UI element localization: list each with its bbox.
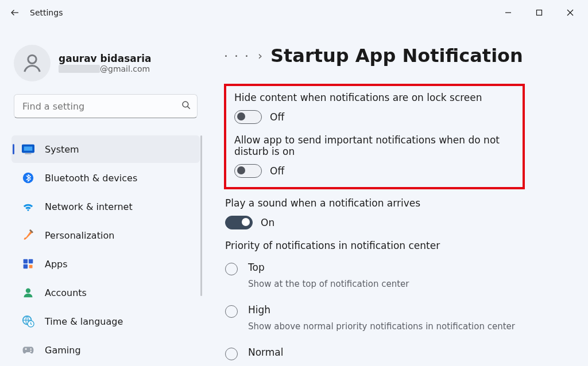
setting-label: Hide content when notifications are on l…: [234, 92, 516, 103]
priority-title: Priority of notifications in notificatio…: [225, 240, 577, 251]
gaming-icon: [22, 345, 34, 355]
sidebar-item-label: Accounts: [45, 287, 87, 298]
sidebar-item-accounts[interactable]: Accounts: [11, 279, 200, 306]
toggle-state: Off: [270, 165, 284, 177]
highlighted-settings: Hide content when notifications are on l…: [224, 84, 525, 189]
sidebar-item-time[interactable]: Time & language: [11, 307, 200, 335]
radio-desc: Show above normal priority notifications…: [248, 321, 515, 332]
page-title: Startup App Notification: [270, 45, 523, 67]
chevron-right-icon: ›: [258, 49, 262, 63]
minimize-button[interactable]: [493, 2, 524, 24]
apps-icon: [22, 258, 34, 270]
accounts-icon: [22, 287, 34, 298]
breadcrumb: · · · › Startup App Notification: [224, 45, 577, 67]
window-title: Settings: [30, 8, 63, 17]
toggle-state: On: [261, 217, 274, 228]
sidebar-item-label: Gaming: [45, 345, 81, 356]
main-panel: · · · › Startup App Notification Hide co…: [207, 25, 588, 366]
toggle-allow-important[interactable]: [234, 164, 262, 178]
sidebar-item-network[interactable]: Network & internet: [11, 193, 200, 220]
sidebar-item-gaming[interactable]: Gaming: [11, 336, 200, 364]
wifi-icon: [22, 201, 34, 212]
svg-rect-9: [25, 153, 32, 154]
system-icon: [22, 144, 34, 154]
svg-rect-8: [24, 146, 33, 150]
toggle-state: Off: [270, 111, 284, 123]
profile-name: gaurav bidasaria: [59, 53, 152, 64]
radio-label: High: [248, 304, 515, 316]
setting-play-sound: Play a sound when a notification arrives…: [225, 197, 577, 229]
svg-rect-13: [29, 259, 33, 264]
radio-item-top[interactable]: Top Show at the top of notification cent…: [225, 262, 577, 289]
svg-rect-15: [29, 265, 33, 268]
sidebar-item-label: Time & language: [45, 316, 123, 327]
svg-point-20: [30, 351, 32, 352]
sidebar-item-label: Apps: [45, 259, 68, 270]
avatar-icon: [14, 45, 51, 81]
radio-button[interactable]: [225, 305, 238, 318]
close-button[interactable]: [555, 2, 586, 24]
sidebar-item-apps[interactable]: Apps: [11, 250, 200, 278]
setting-label: Allow app to send important notification…: [234, 134, 516, 157]
radio-item-normal[interactable]: Normal: [225, 346, 577, 360]
svg-rect-12: [24, 259, 28, 264]
nav-list: System Bluetooth & devices Network & int…: [11, 135, 200, 364]
sidebar-item-label: Network & internet: [45, 201, 133, 212]
search-icon[interactable]: [181, 100, 191, 112]
sidebar-item-personalization[interactable]: Personalization: [11, 221, 200, 249]
maximize-button[interactable]: [524, 2, 555, 24]
sidebar-scrollbar[interactable]: [200, 135, 202, 296]
radio-desc: Show at the top of notification center: [248, 279, 409, 289]
titlebar: Settings: [0, 0, 588, 25]
breadcrumb-dots[interactable]: · · ·: [224, 49, 250, 63]
toggle-hide-content[interactable]: [234, 110, 262, 124]
setting-label: Play a sound when a notification arrives: [225, 197, 577, 209]
svg-rect-14: [24, 264, 28, 269]
svg-line-6: [188, 107, 190, 109]
back-button[interactable]: [2, 7, 28, 18]
svg-point-4: [28, 55, 36, 63]
profile-email: @gmail.com: [59, 64, 152, 73]
redacted-username: [59, 65, 100, 73]
radio-label: Normal: [248, 346, 284, 358]
setting-allow-important: Allow app to send important notification…: [234, 134, 516, 178]
sidebar: gaurav bidasaria @gmail.com System: [0, 25, 207, 366]
profile-block[interactable]: gaurav bidasaria @gmail.com: [14, 45, 200, 81]
toggle-play-sound[interactable]: [225, 216, 253, 229]
sidebar-item-label: Personalization: [45, 230, 114, 241]
search-box[interactable]: [14, 94, 198, 118]
radio-label: Top: [248, 262, 409, 273]
radio-button[interactable]: [225, 263, 238, 275]
svg-rect-1: [537, 10, 542, 15]
svg-point-16: [26, 289, 30, 293]
sidebar-item-label: Bluetooth & devices: [45, 173, 137, 184]
globe-clock-icon: [22, 315, 34, 328]
setting-hide-content: Hide content when notifications are on l…: [234, 92, 516, 124]
radio-button[interactable]: [225, 348, 238, 360]
sidebar-item-label: System: [45, 144, 79, 155]
svg-point-19: [30, 348, 32, 349]
sidebar-item-bluetooth[interactable]: Bluetooth & devices: [11, 164, 200, 192]
svg-point-5: [183, 102, 188, 107]
search-input[interactable]: [22, 101, 181, 112]
radio-item-high[interactable]: High Show above normal priority notifica…: [225, 304, 577, 332]
sidebar-item-system[interactable]: System: [11, 135, 200, 163]
bluetooth-icon: [22, 172, 34, 184]
priority-radio-group: Top Show at the top of notification cent…: [224, 262, 577, 360]
paintbrush-icon: [22, 229, 34, 242]
